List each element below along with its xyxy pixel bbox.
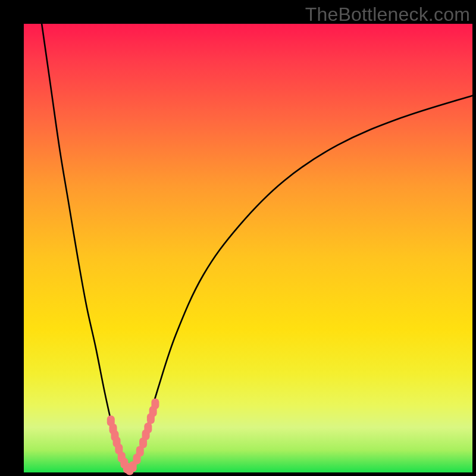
chart-frame: TheBottleneck.com	[0, 0, 476, 476]
curve-marker	[151, 399, 159, 409]
watermark-text: TheBottleneck.com	[305, 4, 470, 26]
curve-markers	[107, 399, 159, 475]
bottleneck-curve-svg	[24, 24, 472, 472]
bottleneck-curve-path	[42, 24, 472, 470]
curve-marker	[144, 422, 152, 433]
plot-area	[24, 24, 472, 472]
